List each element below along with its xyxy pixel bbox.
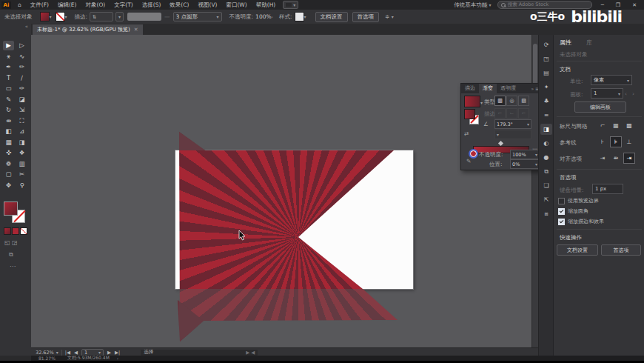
zoom-tool[interactable]: ⚲	[16, 181, 27, 190]
type-tool[interactable]: T	[3, 73, 14, 83]
align-dropdown[interactable]: ≑ ▾	[385, 13, 394, 20]
keyboard-increment-input[interactable]: 1 px	[592, 184, 623, 194]
menu-item-3[interactable]: 文字(T)	[110, 1, 137, 9]
stroke-weight-dropdown[interactable]: ▾	[115, 12, 124, 21]
edit-artboards-button[interactable]: 编辑画板	[574, 101, 626, 113]
prev-artboard-icon[interactable]: ‹	[625, 90, 627, 97]
gradient-swatch[interactable]	[464, 96, 480, 107]
next-artboard-icon[interactable]: ›	[632, 90, 634, 97]
free-transform-tool[interactable]: ⛶	[16, 116, 27, 126]
document-setup-button[interactable]: 文档设置	[315, 12, 348, 22]
curvature-tool[interactable]: ✏	[16, 62, 27, 72]
more-tools-icon[interactable]: ⋯	[10, 263, 16, 270]
quick-preferences-button[interactable]: 首选项	[601, 244, 641, 256]
checkbox-row-0[interactable]: 使用预览边界	[558, 197, 599, 204]
linear-gradient-button[interactable]: ▥	[494, 96, 506, 106]
menu-item-4[interactable]: 选择(S)	[138, 1, 166, 9]
eyedropper-tool[interactable]: ✜	[3, 148, 14, 158]
last-artboard-button[interactable]: ▶|	[115, 350, 120, 356]
units-dropdown[interactable]: 像素 ▾	[591, 75, 632, 85]
vertical-scrollbar[interactable]	[531, 35, 538, 347]
selection-tool[interactable]: ▶	[3, 41, 14, 50]
pen-tool[interactable]: ✒	[3, 62, 14, 72]
fill-color-swatch[interactable]	[40, 12, 50, 21]
tab-transparency[interactable]: 透明度	[497, 84, 520, 93]
tab-gradient[interactable]: 渐变	[479, 84, 497, 93]
brush-definition-dropdown[interactable]: 3 点圆形 ▾	[173, 12, 222, 21]
scale-tool[interactable]: ⇲	[16, 105, 27, 115]
gradient-fill-proxy[interactable]	[464, 109, 475, 119]
rotate-tool[interactable]: ↻	[3, 105, 14, 115]
scroll-arrows[interactable]: ▶ ◀	[246, 350, 255, 356]
hand-tool[interactable]: ✥	[3, 181, 14, 190]
fill-swatch[interactable]	[4, 202, 18, 216]
width-tool[interactable]: ⇹	[3, 116, 14, 126]
workspace-switcher[interactable]: 传统基本功能 ▾	[454, 1, 491, 9]
app-logo[interactable]: Ai	[1, 1, 11, 9]
history-panel-icon[interactable]: ⧈	[540, 208, 552, 219]
direct-selection-tool[interactable]: ▷	[16, 41, 27, 50]
rectangle-tool[interactable]: ▭	[3, 84, 14, 93]
radial-gradient-button[interactable]: ◎	[506, 96, 517, 106]
edit-gradient-icon[interactable]: ✎	[466, 158, 471, 164]
draw-mode-icon[interactable]: ◱ ◲	[4, 239, 18, 246]
show-rulers-button[interactable]: ⌐	[597, 120, 608, 131]
gradient-panel-icon[interactable]: ◨	[540, 124, 552, 135]
brushes-panel-icon[interactable]: ◳	[540, 53, 552, 64]
preferences-button[interactable]: 首选项	[352, 12, 380, 22]
artboard-dropdown[interactable]: 1 ▾	[591, 88, 623, 99]
graphic-styles-panel-icon[interactable]: ✦	[540, 81, 552, 93]
menu-item-6[interactable]: 视图(V)	[193, 1, 221, 9]
none-mode-icon[interactable]	[20, 227, 27, 235]
appearance-panel-icon[interactable]: ●	[540, 152, 552, 163]
checkbox-row-2[interactable]: 缩放描边和效果	[558, 218, 604, 225]
checkbox-row-1[interactable]: 缩放圆角	[558, 207, 588, 215]
symbols-panel-icon[interactable]: ▤	[540, 67, 552, 79]
symbols2-panel-icon[interactable]: ♣	[540, 96, 552, 107]
freeform-gradient-button[interactable]: ▨	[518, 96, 529, 106]
lock-guides-button[interactable]: ⊧	[610, 136, 622, 147]
tab-stroke[interactable]: 描边	[461, 84, 479, 93]
checkbox-unchecked[interactable]	[558, 198, 565, 204]
zoom-level[interactable]: 32.62%	[36, 350, 54, 356]
stroke-color-swatch[interactable]	[56, 12, 65, 21]
close-button[interactable]: ✕	[629, 2, 640, 8]
lasso-tool[interactable]: ∿	[16, 52, 27, 61]
layers-panel-icon[interactable]: ❏	[540, 180, 552, 191]
opacity-value[interactable]: 100%	[255, 13, 271, 20]
swatches-panel-icon[interactable]: ⟳	[540, 39, 552, 50]
checkbox-checked[interactable]	[558, 219, 565, 225]
gradient-location-input[interactable]: 0% ▾	[510, 159, 538, 169]
show-guides-button[interactable]: ⊦	[597, 136, 608, 147]
stroke-panel-icon[interactable]: ≡	[540, 110, 552, 121]
column-graph-tool[interactable]: ▥	[16, 159, 27, 169]
tab-libraries[interactable]: 库	[586, 39, 592, 47]
width-profile-dropdown[interactable]	[127, 13, 161, 21]
menu-item-1[interactable]: 编辑(E)	[53, 1, 81, 9]
menu-item-8[interactable]: 帮助(H)	[252, 1, 281, 9]
pencil-tool[interactable]: ✎	[3, 95, 14, 104]
quick-document-setup-button[interactable]: 文档设置	[557, 244, 598, 256]
eraser-tool[interactable]: ◪	[16, 95, 27, 104]
gradient-midpoint-handle[interactable]	[498, 141, 503, 146]
show-transparency-grid-button[interactable]: ▩	[623, 120, 635, 131]
slice-tool[interactable]: ✂	[16, 170, 27, 179]
artboards-panel-icon[interactable]: ⧉	[540, 166, 552, 177]
screen-mode-icon[interactable]: ⧉	[9, 251, 13, 259]
menu-item-0[interactable]: 文件(F)	[26, 1, 53, 9]
color-mode-icon[interactable]	[4, 227, 11, 235]
gradient-opacity-input[interactable]: 100% ▾	[510, 150, 538, 159]
gradient-angle-input[interactable]: 179.3° ▾	[494, 119, 531, 129]
checkbox-checked[interactable]	[558, 208, 565, 215]
magic-wand-tool[interactable]: ⚹	[3, 52, 14, 61]
symbol-sprayer-tool[interactable]: ❁	[3, 159, 14, 169]
workspace-mini-dropdown[interactable]: ▾	[283, 1, 298, 9]
tab-close-icon[interactable]: ✕	[134, 27, 138, 33]
snap-to-grid-button[interactable]: ⇥	[597, 153, 608, 164]
canvas[interactable]: 描边 渐变 透明度 » ≡ ▾ 类型: ▥ ◎ ▨ 描边: ⌐ ⌙ ⌐ ∠ 17…	[31, 35, 538, 347]
app-zoom-level[interactable]: 81.27%	[38, 356, 56, 361]
caret-icon[interactable]: ▾	[480, 100, 483, 105]
transparency-panel-icon[interactable]: ◐	[540, 138, 552, 149]
make-guides-button[interactable]: ⊥	[623, 136, 635, 147]
home-icon[interactable]: ⌂	[13, 1, 26, 8]
